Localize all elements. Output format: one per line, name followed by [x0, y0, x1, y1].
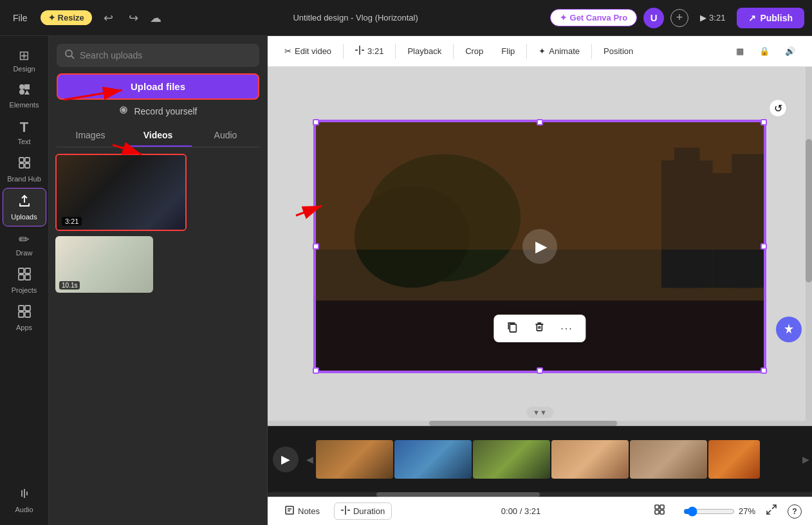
track-clip-2[interactable]	[394, 440, 472, 479]
topbar-center: Untitled design - Vlog (Horizontal)	[293, 13, 418, 23]
tab-videos[interactable]: Videos	[124, 125, 192, 147]
flip-button[interactable]: Flip	[495, 43, 521, 59]
volume-button[interactable]: 🔊	[779, 43, 802, 59]
publish-button[interactable]: ↗ Publish	[737, 8, 804, 28]
svg-rect-7	[25, 163, 30, 168]
timeline-collapse-right[interactable]: ▶	[800, 454, 812, 465]
undo-button[interactable]: ↩	[100, 10, 117, 26]
tab-images[interactable]: Images	[57, 125, 124, 147]
crop-button[interactable]: Crop	[459, 43, 490, 59]
sidebar-rail: ⊞ Design Elements T Text Brand Hub Uploa…	[0, 36, 49, 525]
svg-rect-43	[655, 505, 659, 509]
search-input[interactable]	[80, 50, 252, 60]
sidebar-label-text: Text	[17, 138, 30, 145]
transparency-button[interactable]: ▦	[730, 43, 750, 59]
ai-magic-button[interactable]	[776, 317, 802, 342]
video-thumbnail-2[interactable]: 10.1s	[55, 236, 153, 293]
play-icon: ▶	[535, 237, 547, 255]
sidebar-item-audio[interactable]: Audio	[3, 481, 46, 519]
sidebar-item-text[interactable]: T Text	[3, 114, 46, 151]
svg-point-3	[19, 89, 24, 95]
topbar: File ✦ Resize ↩ ↪ ☁ Untitled design - Vl…	[0, 0, 812, 36]
redo-button[interactable]: ↪	[125, 10, 142, 26]
track-clip-1[interactable]	[316, 440, 393, 479]
playback-button[interactable]: Playback	[401, 43, 448, 59]
more-actions-button[interactable]: ···	[555, 319, 578, 338]
track-clip-4[interactable]	[551, 440, 629, 479]
topbar-right: ✦ Get Canva Pro U + ▶ 3:21 ↗ Publish	[550, 8, 804, 28]
resize-handle-bottom-middle[interactable]	[537, 367, 543, 374]
edit-video-button[interactable]: ✂ Edit video	[278, 43, 338, 59]
record-yourself-row[interactable]: Record yourself	[57, 100, 259, 122]
user-avatar[interactable]: U	[643, 8, 664, 28]
track-clip-6[interactable]	[708, 440, 760, 479]
current-time-display: 0:00 / 3:21	[501, 506, 540, 516]
svg-line-47	[772, 505, 776, 509]
duration-button[interactable]: Duration	[334, 502, 392, 520]
horizontal-scroll-thumb[interactable]	[429, 421, 618, 426]
copy-action-button[interactable]	[501, 318, 523, 338]
canva-logo-icon: ✦	[560, 13, 567, 23]
sidebar-item-projects[interactable]: Projects	[3, 262, 46, 299]
main-area: ⊞ Design Elements T Text Brand Hub Uploa…	[0, 36, 812, 525]
topbar-left: File ✦ Resize ↩ ↪ ☁	[8, 10, 161, 26]
brand-hub-icon	[17, 156, 32, 173]
video-thumbnail-1[interactable]: 3:21	[55, 154, 187, 231]
timeline-collapse-left[interactable]: ◀	[304, 454, 316, 465]
resize-handle-top-middle[interactable]	[537, 119, 543, 125]
resize-handle-middle-left[interactable]	[313, 243, 319, 250]
zoom-slider[interactable]	[683, 506, 735, 517]
resize-handle-top-right[interactable]	[761, 119, 767, 125]
resize-handle-bottom-right[interactable]	[761, 367, 767, 374]
track-clip-3[interactable]	[473, 440, 550, 479]
timeline-scroll-thumb[interactable]	[376, 492, 540, 497]
vertical-scroll-thumb[interactable]	[806, 139, 812, 282]
projects-icon	[17, 267, 32, 284]
resize-handle-middle-right[interactable]	[761, 243, 767, 250]
lock-button[interactable]: 🔒	[753, 43, 776, 59]
svg-rect-9	[25, 268, 30, 273]
sidebar-item-elements[interactable]: Elements	[3, 78, 46, 114]
add-collaborator-button[interactable]: +	[670, 9, 688, 27]
resize-button[interactable]: ✦ Resize	[41, 10, 92, 25]
sidebar-item-uploads[interactable]: Uploads	[3, 188, 46, 226]
panel-content: 3:21 10.1s	[49, 147, 267, 525]
timeline-play-area: ▶	[268, 447, 304, 472]
get-canva-pro-button[interactable]: ✦ Get Canva Pro	[550, 9, 638, 26]
timer-button[interactable]: ▶ 3:21	[695, 10, 730, 25]
timeline-scrollbar[interactable]	[268, 492, 812, 497]
toolbar-divider-1	[343, 44, 344, 59]
tab-audio[interactable]: Audio	[192, 125, 259, 147]
sidebar-item-design[interactable]: ⊞ Design	[3, 42, 46, 78]
svg-rect-15	[25, 312, 30, 317]
position-button[interactable]: Position	[597, 43, 640, 59]
duration-tool-button[interactable]: 3:21	[349, 42, 390, 60]
fit-screen-button[interactable]	[650, 502, 669, 520]
delete-action-button[interactable]	[528, 318, 550, 338]
notes-button[interactable]: Notes	[278, 502, 326, 520]
resize-handle-top-left[interactable]	[313, 119, 319, 125]
play-overlay-button[interactable]: ▶	[522, 229, 557, 264]
collapse-panel-button[interactable]: ▼▼	[526, 407, 553, 418]
upload-files-button[interactable]: Upload files	[57, 73, 259, 100]
svg-point-0	[19, 84, 24, 89]
timeline-play-button[interactable]: ▶	[273, 447, 299, 472]
resize-handle-bottom-left[interactable]	[313, 367, 319, 374]
animate-button[interactable]: ✦ Animate	[532, 43, 586, 59]
track-clip-5[interactable]	[630, 440, 707, 479]
help-button[interactable]: ?	[788, 504, 802, 519]
video-duration-2: 10.1s	[59, 281, 80, 290]
svg-rect-11	[25, 275, 30, 280]
expand-button[interactable]	[762, 502, 781, 520]
design-icon: ⊞	[19, 48, 30, 63]
file-menu-button[interactable]: File	[8, 10, 33, 26]
vertical-scrollbar[interactable]	[806, 67, 812, 426]
sidebar-item-draw[interactable]: ✏ Draw	[3, 226, 46, 262]
sidebar-item-brand-hub[interactable]: Brand Hub	[3, 151, 46, 188]
svg-rect-45	[655, 510, 659, 514]
sidebar-item-apps[interactable]: Apps	[3, 299, 46, 336]
rotate-button[interactable]: ↺	[769, 99, 787, 117]
horizontal-scrollbar[interactable]	[268, 421, 806, 426]
svg-rect-34	[537, 324, 542, 331]
transparency-icon: ▦	[736, 46, 744, 56]
